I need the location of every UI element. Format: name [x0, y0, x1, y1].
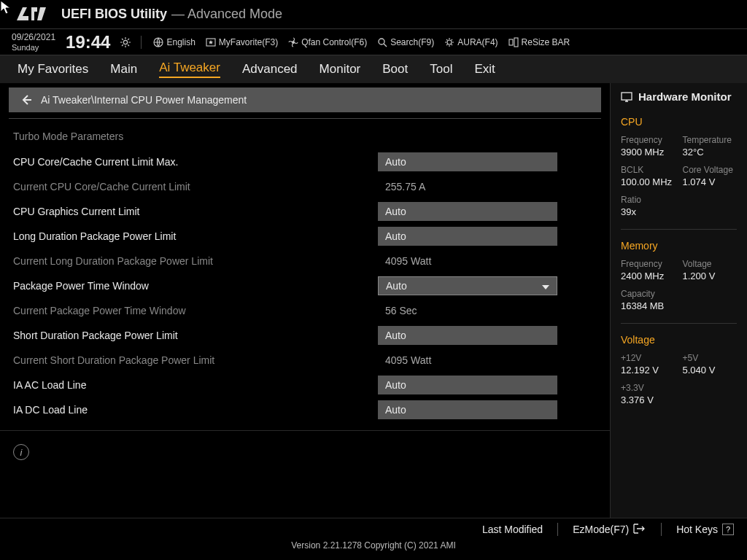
- version-text: Version 2.21.1278 Copyright (C) 2021 AMI: [0, 536, 747, 551]
- setting-row: IA AC Load LineAuto: [9, 373, 601, 397]
- svg-point-4: [379, 39, 384, 44]
- v12-label: +12V: [621, 353, 676, 363]
- svg-rect-6: [509, 39, 513, 45]
- cpu-freq-value: 3900 MHz: [621, 147, 676, 158]
- cpu-freq-label: Frequency: [621, 135, 676, 145]
- brand-logo: [9, 4, 53, 26]
- sidebar-cpu-heading: CPU: [621, 116, 737, 128]
- v12-value: 12.192 V: [621, 365, 676, 376]
- clock-time: 19:44: [66, 32, 110, 52]
- header-bar: UEFI BIOS Utility — Advanced Mode: [0, 0, 747, 29]
- mem-volt-value: 1.200 V: [683, 271, 738, 281]
- aura-icon: [444, 37, 454, 47]
- setting-label: IA AC Load Line: [13, 379, 378, 391]
- nav-tab-advanced[interactable]: Advanced: [242, 62, 298, 77]
- gear-icon[interactable]: [120, 37, 131, 47]
- setting-label: CPU Graphics Current Limit: [13, 206, 378, 217]
- setting-row: Short Duration Package Power LimitAuto: [9, 323, 601, 348]
- cpu-temp-label: Temperature: [683, 135, 738, 145]
- setting-row: Current CPU Core/Cache Current Limit255.…: [9, 174, 601, 199]
- sidebar-title: Hardware Monitor: [621, 90, 737, 103]
- cpu-vcore-label: Core Voltage: [683, 165, 738, 175]
- setting-input[interactable]: Auto: [378, 152, 557, 171]
- cpu-temp-value: 32°C: [683, 147, 738, 158]
- nav-tab-my-favorites[interactable]: My Favorites: [18, 62, 88, 77]
- toolbar-items: EnglishMyFavorite(F3)Qfan Control(F6)Sea…: [153, 37, 570, 47]
- toolbar-item-label: AURA(F4): [457, 37, 498, 47]
- toolbar-item-resize[interactable]: ReSize BAR: [508, 37, 570, 47]
- star-icon: [206, 37, 216, 47]
- svg-point-5: [447, 40, 452, 44]
- svg-rect-7: [514, 38, 518, 47]
- setting-label: Current CPU Core/Cache Current Limit: [13, 181, 378, 192]
- hotkeys-button[interactable]: Hot Keys ?: [676, 524, 734, 535]
- svg-point-3: [292, 41, 295, 44]
- cpu-ratio-value: 39x: [621, 206, 676, 217]
- toolbar-item-star[interactable]: MyFavorite(F3): [206, 37, 278, 47]
- setting-row: Long Duration Package Power LimitAuto: [9, 224, 601, 249]
- nav-tab-main[interactable]: Main: [110, 62, 137, 77]
- setting-label: CPU Core/Cache Current Limit Max.: [13, 156, 378, 168]
- search-icon: [377, 37, 387, 47]
- setting-input[interactable]: Auto: [378, 227, 557, 246]
- settings-panel: Turbo Mode Parameters CPU Core/Cache Cur…: [0, 118, 610, 430]
- cpu-bclk-value: 100.00 MHz: [621, 176, 676, 187]
- svg-point-0: [124, 40, 128, 44]
- chevron-down-icon: [542, 280, 549, 292]
- svg-rect-8: [622, 93, 632, 100]
- info-icon: i: [13, 444, 29, 460]
- toolbar-item-aura[interactable]: AURA(F4): [444, 37, 498, 47]
- nav-tab-monitor[interactable]: Monitor: [320, 62, 361, 77]
- mem-freq-value: 2400 MHz: [621, 271, 676, 281]
- toolbar-item-globe[interactable]: English: [153, 37, 195, 47]
- toolbar-item-fan[interactable]: Qfan Control(F6): [288, 37, 367, 47]
- v33-value: 3.376 V: [621, 394, 676, 405]
- setting-input[interactable]: Auto: [378, 326, 557, 345]
- setting-readonly-value: 4095 Watt: [378, 255, 597, 267]
- mem-freq-label: Frequency: [621, 259, 676, 269]
- question-icon: ?: [722, 524, 734, 535]
- setting-readonly-value: 4095 Watt: [378, 354, 597, 366]
- setting-label: Package Power Time Window: [13, 280, 378, 292]
- setting-input[interactable]: Auto: [378, 400, 557, 419]
- nav-tab-exit[interactable]: Exit: [474, 62, 495, 77]
- nav-tab-ai-tweaker[interactable]: Ai Tweaker: [159, 61, 220, 78]
- setting-row: Current Package Power Time Window56 Sec: [9, 298, 601, 323]
- v5-value: 5.040 V: [683, 365, 738, 376]
- app-title: UEFI BIOS Utility: [61, 7, 167, 22]
- setting-label: Short Duration Package Power Limit: [13, 330, 378, 341]
- cpu-ratio-label: Ratio: [621, 195, 676, 205]
- nav-tab-boot[interactable]: Boot: [382, 62, 408, 77]
- setting-label: Current Short Duration Package Power Lim…: [13, 354, 378, 366]
- setting-label: IA DC Load Line: [13, 404, 378, 416]
- setting-readonly-value: 255.75 A: [378, 181, 597, 192]
- globe-icon: [153, 37, 163, 47]
- nav-tab-tool[interactable]: Tool: [430, 62, 452, 77]
- setting-input[interactable]: Auto: [378, 376, 557, 394]
- setting-label: Long Duration Package Power Limit: [13, 230, 378, 242]
- resize-icon: [508, 37, 519, 47]
- last-modified-button[interactable]: Last Modified: [482, 524, 543, 535]
- date-text: 09/26/2021: [12, 32, 55, 42]
- toolbar-item-label: Qfan Control(F6): [301, 37, 367, 47]
- breadcrumb: Ai Tweaker\Internal CPU Power Management: [9, 88, 601, 112]
- back-arrow-icon[interactable]: [20, 94, 32, 106]
- monitor-icon: [621, 91, 632, 103]
- cpu-vcore-value: 1.074 V: [683, 176, 738, 187]
- setting-select[interactable]: Auto: [378, 276, 557, 295]
- setting-input[interactable]: Auto: [378, 202, 557, 221]
- ezmode-button[interactable]: EzMode(F7): [573, 524, 646, 536]
- toolbar-item-label: MyFavorite(F3): [219, 37, 278, 47]
- cpu-bclk-label: BCLK: [621, 165, 676, 175]
- breadcrumb-path: Ai Tweaker\Internal CPU Power Management: [41, 94, 247, 106]
- toolbar-item-label: ReSize BAR: [522, 37, 570, 47]
- app-subtitle: — Advanced Mode: [171, 7, 282, 22]
- sidebar-voltage-heading: Voltage: [621, 334, 737, 346]
- toolbar-item-search[interactable]: Search(F9): [377, 37, 434, 47]
- v33-label: +3.3V: [621, 383, 676, 393]
- setting-row: CPU Core/Cache Current Limit Max.Auto: [9, 149, 601, 174]
- setting-row: Package Power Time WindowAuto: [9, 273, 601, 298]
- setting-row: CPU Graphics Current LimitAuto: [9, 199, 601, 224]
- fan-icon: [288, 37, 298, 47]
- setting-row: Current Short Duration Package Power Lim…: [9, 348, 601, 373]
